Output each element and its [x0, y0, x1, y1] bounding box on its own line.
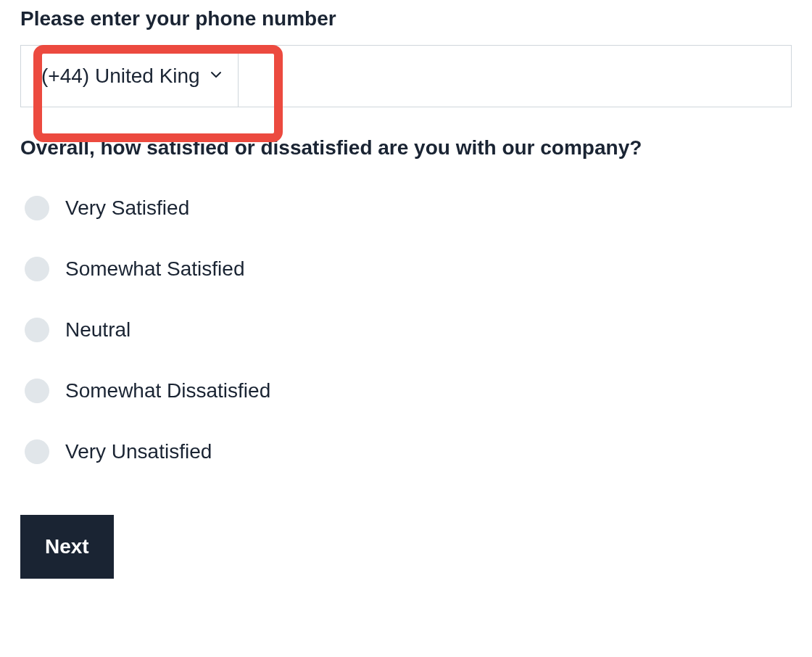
- radio-option-neutral[interactable]: Neutral: [25, 318, 792, 342]
- radio-option-somewhat-satisfied[interactable]: Somewhat Satisfied: [25, 257, 792, 281]
- chevron-down-icon: [209, 67, 223, 85]
- radio-label: Very Satisfied: [65, 197, 189, 220]
- radio-label: Neutral: [65, 318, 130, 342]
- country-code-select[interactable]: (+44) United King: [21, 46, 239, 107]
- country-code-value: (+44) United King: [41, 65, 200, 88]
- radio-option-very-unsatisfied[interactable]: Very Unsatisfied: [25, 439, 792, 464]
- radio-icon: [25, 318, 49, 342]
- radio-icon: [25, 439, 49, 464]
- radio-label: Very Unsatisfied: [65, 440, 212, 463]
- phone-field: (+44) United King: [20, 45, 792, 107]
- radio-label: Somewhat Satisfied: [65, 257, 244, 281]
- radio-icon: [25, 196, 49, 220]
- radio-icon: [25, 257, 49, 281]
- radio-label: Somewhat Dissatisfied: [65, 379, 270, 402]
- next-button[interactable]: Next: [20, 515, 114, 579]
- radio-option-somewhat-dissatisfied[interactable]: Somewhat Dissatisfied: [25, 379, 792, 403]
- radio-icon: [25, 379, 49, 403]
- satisfaction-question-label: Overall, how satisfied or dissatisfied a…: [20, 136, 792, 160]
- phone-question-label: Please enter your phone number: [20, 7, 792, 30]
- radio-option-very-satisfied[interactable]: Very Satisfied: [25, 196, 792, 220]
- satisfaction-radio-group: Very Satisfied Somewhat Satisfied Neutra…: [20, 196, 792, 464]
- phone-number-input[interactable]: [239, 46, 791, 107]
